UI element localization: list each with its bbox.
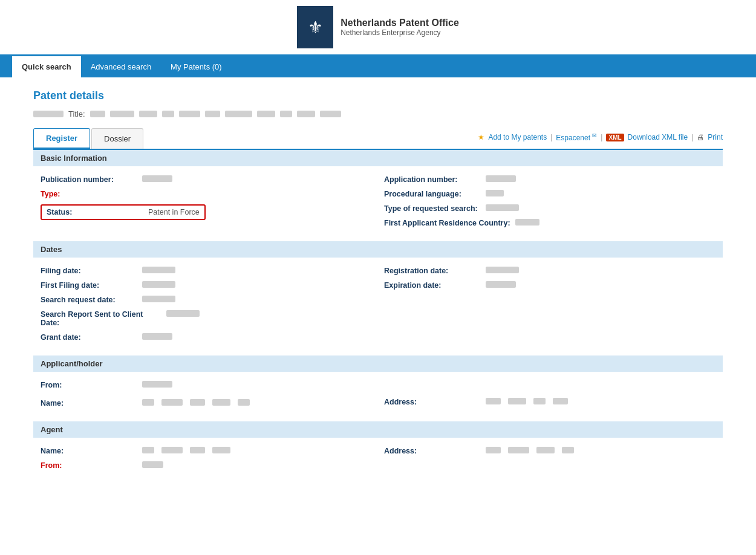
dates-header: Dates xyxy=(33,241,723,258)
blur-t8 xyxy=(257,111,275,117)
applicant-addr-row: Address: xyxy=(384,395,715,409)
agent-addr-blur4 xyxy=(562,447,574,453)
basic-info-header: Basic Information xyxy=(33,150,723,166)
tab-dossier[interactable]: Dossier xyxy=(91,128,143,149)
star-icon: ★ xyxy=(478,133,484,141)
applicant-name-blur4 xyxy=(212,399,230,406)
agent-name-blur3 xyxy=(190,447,205,453)
filing-date-blur xyxy=(142,267,175,273)
applicant-name-row: Name: xyxy=(41,396,372,411)
search-report-label: Search Report Sent to Client Date: xyxy=(41,310,161,327)
applicant-left: From: Name: xyxy=(41,378,372,411)
tab-my-patents[interactable]: My Patents (0) xyxy=(161,56,232,77)
applicant-from-label: From: xyxy=(41,381,137,389)
nav-bar: Quick search Advanced search My Patents … xyxy=(0,56,756,77)
search-req-label: Search request date: xyxy=(41,296,137,304)
download-xml-link[interactable]: Download XML file xyxy=(628,133,688,141)
blur-t6 xyxy=(205,111,220,117)
agent-name-blur2 xyxy=(161,447,183,453)
agent-name-blur1 xyxy=(142,447,154,453)
pub-number-label: Publication number: xyxy=(41,175,137,184)
agent-grid: Name: From: Address: xyxy=(41,444,715,473)
status-row: Status: Patent in Force xyxy=(41,201,372,223)
search-req-blur xyxy=(142,296,175,302)
logo-emblem-icon: ⚜ xyxy=(308,18,323,37)
page-title: Patent details xyxy=(33,89,723,102)
reg-date-row: Registration date: xyxy=(384,264,715,278)
title-row: Title: xyxy=(33,109,723,118)
pub-number-row: Publication number: xyxy=(41,172,372,187)
blur-t3 xyxy=(139,111,157,117)
applicant-addr-blur2 xyxy=(508,398,526,404)
agent-right: Address: xyxy=(384,444,715,473)
printer-icon: 🖨 xyxy=(697,133,704,141)
exp-date-label: Expiration date: xyxy=(384,281,481,290)
status-value: Patent in Force xyxy=(148,208,200,216)
dates-left: Filing date: First Filing date: Search r… xyxy=(41,264,372,345)
applicant-addr-label: Address: xyxy=(384,398,481,406)
add-to-patents-link[interactable]: Add to My patents xyxy=(488,133,547,141)
dates-section: Dates Filing date: First Filing date: Se… xyxy=(33,241,723,351)
type-label: Type: xyxy=(41,190,137,198)
blur-t11 xyxy=(320,111,341,117)
applicant-grid: From: Name: Address: xyxy=(41,378,715,411)
first-filing-row: First Filing date: xyxy=(41,278,372,293)
basic-info-body: Publication number: Type: Status: Patent… xyxy=(33,166,723,236)
search-req-row: Search request date: xyxy=(41,293,372,307)
first-app-row: First Applicant Residence Country: xyxy=(384,216,715,230)
app-number-row: Application number: xyxy=(384,172,715,187)
search-report-row: Search Report Sent to Client Date: xyxy=(41,307,372,330)
filing-date-label: Filing date: xyxy=(41,267,137,275)
site-header: ⚜ Netherlands Patent Office Netherlands … xyxy=(0,0,756,56)
agent-name-row: Name: xyxy=(41,444,372,458)
search-report-blur xyxy=(166,310,200,317)
main-content: Patent details Title: Register Dossier ★… xyxy=(15,77,741,491)
blur-t1 xyxy=(90,111,105,117)
grant-date-row: Grant date: xyxy=(41,330,372,345)
xml-badge: XML xyxy=(606,134,624,141)
print-link[interactable]: Print xyxy=(708,133,723,141)
blur-t5 xyxy=(179,111,200,117)
title-label: Title: xyxy=(68,109,85,118)
agent-name-blur4 xyxy=(212,447,230,453)
agent-addr-blur3 xyxy=(536,447,555,453)
applicant-addr-blur1 xyxy=(486,398,501,404)
grant-date-label: Grant date: xyxy=(41,333,137,342)
tab-actions: ★ Add to My patents | Espacenet ✉ | XML … xyxy=(478,132,723,144)
applicant-addr-blur4 xyxy=(553,398,568,404)
applicant-addr-blur3 xyxy=(533,398,546,404)
first-filing-label: First Filing date: xyxy=(41,281,137,290)
logo-box: ⚜ xyxy=(297,6,333,48)
type-row: Type: xyxy=(41,187,372,201)
title-prefix-blur xyxy=(33,111,64,117)
applicant-name-blur3 xyxy=(190,399,205,406)
first-app-label: First Applicant Residence Country: xyxy=(384,219,510,227)
reg-date-blur xyxy=(486,267,519,273)
blur-t2 xyxy=(110,111,134,117)
first-app-blur xyxy=(515,219,539,226)
agent-left: Name: From: xyxy=(41,444,372,473)
basic-info-grid: Publication number: Type: Status: Patent… xyxy=(41,172,715,230)
type-search-blur xyxy=(486,204,519,211)
app-number-blur xyxy=(486,175,516,182)
agent-addr-blur2 xyxy=(508,447,529,453)
dates-grid: Filing date: First Filing date: Search r… xyxy=(41,264,715,345)
pub-number-blur xyxy=(142,175,172,182)
applicant-right: Address: xyxy=(384,378,715,411)
logo: ⚜ Netherlands Patent Office Netherlands … xyxy=(297,6,459,48)
agent-addr-label: Address: xyxy=(384,447,481,455)
logo-text: Netherlands Patent Office Netherlands En… xyxy=(341,18,459,37)
basic-info-right: Application number: Procedural language:… xyxy=(384,172,715,230)
applicant-name-label: Name: xyxy=(41,399,137,407)
applicant-name-blur5 xyxy=(238,399,250,406)
blur-t7 xyxy=(225,111,252,117)
first-filing-blur xyxy=(142,281,175,288)
type-search-label: Type of requested search: xyxy=(384,204,481,213)
tab-quick-search[interactable]: Quick search xyxy=(12,56,81,77)
tab-advanced-search[interactable]: Advanced search xyxy=(81,56,161,77)
blur-t9 xyxy=(280,111,292,117)
espacenet-link[interactable]: Espacenet ✉ xyxy=(556,132,597,142)
tab-register[interactable]: Register xyxy=(33,128,90,149)
agent-from-row: From: xyxy=(41,458,372,473)
exp-date-blur xyxy=(486,281,516,288)
